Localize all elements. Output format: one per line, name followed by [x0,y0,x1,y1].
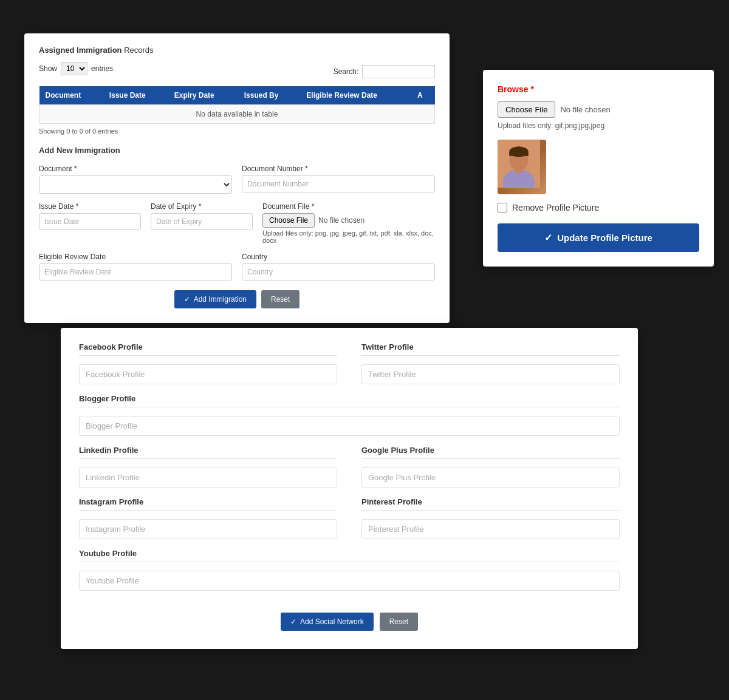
add-social-network-button[interactable]: Add Social Network [281,613,374,631]
blogger-field: Blogger Profile [79,394,620,436]
add-new-title: Add New Immigration [39,146,435,155]
country-input[interactable] [242,263,435,280]
col-issued-by: Issued By [238,86,301,105]
google-plus-field: Google Plus Profile [361,446,620,488]
blogger-input[interactable] [79,416,620,436]
eligible-review-input[interactable] [39,263,232,280]
svg-rect-5 [509,152,529,156]
showing-text: Showing 0 to 0 of 0 entries [39,127,435,135]
instagram-input[interactable] [79,519,337,539]
twitter-label: Twitter Profile [361,342,620,352]
reset-immigration-button[interactable]: Reset [261,290,299,308]
pinterest-divider [361,510,620,511]
browse-label: Browse * [498,84,699,94]
document-file-hint: Upload files only: png, jpg, jpeg, gif, … [262,229,435,244]
pinterest-input[interactable] [361,519,620,539]
date-of-expiry-input[interactable] [151,213,253,230]
reset-social-button[interactable]: Reset [380,613,418,631]
linkedin-label: Linkedin Profile [79,446,337,455]
issue-date-label: Issue Date * [39,202,141,211]
col-expiry-date: Expiry Date [168,86,238,105]
instagram-field: Instagram Profile [79,497,337,539]
linkedin-divider [79,458,337,459]
youtube-field: Youtube Profile [79,549,620,591]
twitter-field: Twitter Profile [361,342,620,384]
no-data-cell: No data available in table [39,105,435,124]
social-form-grid: Facebook Profile Twitter Profile Blogger… [79,342,620,600]
youtube-input[interactable] [79,571,620,591]
document-label: Document * [39,165,232,173]
upload-hint: Upload files only: gif,png,jpg,jpeg [498,121,699,130]
google-plus-divider [361,458,620,459]
remove-profile-row: Remove Profile Picture [498,203,699,212]
profile-no-file: No file chosen [560,105,610,114]
instagram-label: Instagram Profile [79,497,337,506]
entries-select[interactable]: 10 25 50 [61,62,87,75]
profile-image [498,140,546,194]
blogger-label: Blogger Profile [79,394,620,403]
google-plus-input[interactable] [361,467,620,488]
immigration-section-title: Assigned Immigration Records [39,46,435,55]
facebook-field: Facebook Profile [79,342,337,384]
facebook-label: Facebook Profile [79,342,337,352]
pinterest-label: Pinterest Profile [361,497,620,506]
entries-label: entries [91,64,113,73]
twitter-input[interactable] [361,364,620,384]
social-check-icon [290,617,296,626]
show-label: Show [39,64,57,73]
remove-profile-label: Remove Profile Picture [512,203,599,212]
col-issue-date: Issue Date [103,86,168,105]
add-immigration-button[interactable]: Add Immigration [174,290,256,308]
country-label: Country [242,253,435,261]
issue-date-input[interactable] [39,213,141,230]
document-file-label: Document File * [262,202,435,211]
date-of-expiry-label: Date of Expiry * [151,202,253,211]
document-number-label: Document Number * [242,165,435,173]
social-card: Facebook Profile Twitter Profile Blogger… [61,328,638,649]
facebook-divider [79,355,337,356]
eligible-review-label: Eligible Review Date [39,253,232,261]
person-silhouette [498,140,540,188]
col-eligible-review: Eligible Review Date [300,86,411,105]
google-plus-label: Google Plus Profile [361,446,620,455]
update-profile-button[interactable]: ✓ Update Profile Picture [498,223,699,252]
immigration-table: Document Issue Date Expiry Date Issued B… [39,86,435,124]
youtube-divider [79,562,620,562]
immigration-card: Assigned Immigration Records Show 10 25 … [24,33,450,323]
instagram-divider [79,510,337,511]
search-input[interactable] [362,65,435,78]
update-check-icon: ✓ [544,232,552,243]
youtube-label: Youtube Profile [79,549,620,558]
profile-card: Browse * Choose File No file chosen Uplo… [483,70,714,267]
document-select[interactable] [39,175,232,194]
linkedin-field: Linkedin Profile [79,446,337,488]
search-label: Search: [334,67,358,76]
document-file-choose-btn[interactable]: Choose File [262,213,315,228]
col-document: Document [39,86,103,105]
blogger-divider [79,407,620,407]
profile-choose-btn[interactable]: Choose File [498,101,555,118]
remove-profile-checkbox[interactable] [498,203,507,212]
document-file-no-file: No file chosen [318,216,364,225]
facebook-input[interactable] [79,364,337,384]
col-actions: A [411,86,434,105]
pinterest-field: Pinterest Profile [361,497,620,539]
document-number-input[interactable] [242,175,435,192]
social-btn-actions: Add Social Network Reset [79,613,620,631]
linkedin-input[interactable] [79,467,337,488]
twitter-divider [361,355,620,356]
check-icon [184,295,190,304]
